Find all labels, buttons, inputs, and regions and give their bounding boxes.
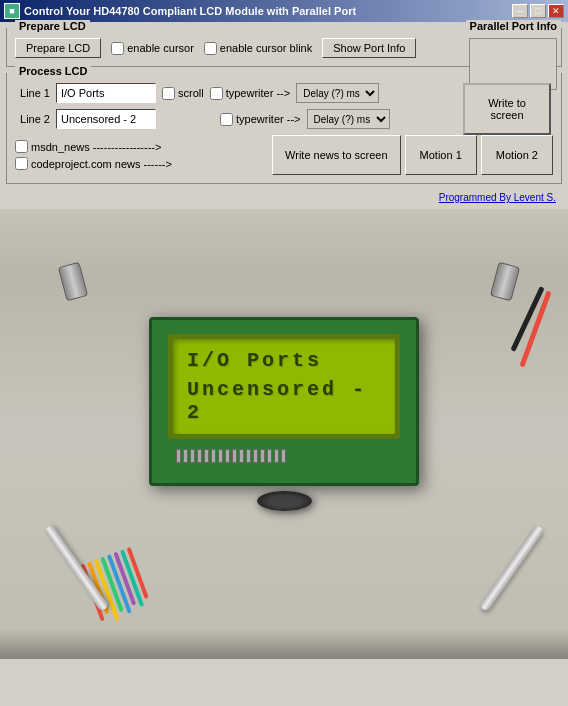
scroll-label: scroll xyxy=(178,87,204,99)
lcd-line1: I/O Ports xyxy=(187,349,381,372)
prepare-lcd-label: Prepare LCD xyxy=(15,20,90,32)
motion1-button[interactable]: Motion 1 xyxy=(405,135,477,175)
left-arm-assembly xyxy=(100,509,110,609)
line1-label: Line 1 xyxy=(15,87,50,99)
window-title: Control Your HD44780 Compliant LCD Modul… xyxy=(24,5,356,17)
pcb-board: I/O Ports Uncensored - 2 xyxy=(149,317,419,486)
black-wire xyxy=(525,284,530,354)
title-bar-left: ■ Control Your HD44780 Compliant LCD Mod… xyxy=(4,3,356,19)
process-lcd-label: Process LCD xyxy=(15,65,91,77)
scroll-checkbox-wrap[interactable]: scroll xyxy=(162,87,204,100)
minimize-button[interactable]: – xyxy=(512,4,528,18)
line2-input[interactable] xyxy=(56,109,156,129)
enable-cursor-blink-label: enable cursor blink xyxy=(220,42,312,54)
typewriter2-checkbox-wrap[interactable]: typewriter --> xyxy=(220,113,301,126)
msdn-news-label: msdn_news -----------------> xyxy=(31,141,161,153)
news-checkboxes: msdn_news -----------------> codeproject… xyxy=(15,140,172,170)
codeproject-news-checkbox-wrap[interactable]: codeproject.com news ------> xyxy=(15,157,172,170)
msdn-news-checkbox[interactable] xyxy=(15,140,28,153)
typewriter2-label: typewriter --> xyxy=(236,113,301,125)
window-content: Prepare LCD Prepare LCD enable cursor en… xyxy=(0,22,568,209)
msdn-news-checkbox-wrap[interactable]: msdn_news -----------------> xyxy=(15,140,172,153)
parallel-port-label: Parallel Port Info xyxy=(466,20,561,32)
right-arm-assembly xyxy=(478,509,488,609)
app-icon: ■ xyxy=(4,3,20,19)
connector-pins xyxy=(168,449,400,463)
prepare-lcd-button[interactable]: Prepare LCD xyxy=(15,38,101,58)
enable-cursor-checkbox-wrap[interactable]: enable cursor xyxy=(111,42,194,55)
motion2-button[interactable]: Motion 2 xyxy=(481,135,553,175)
photo-area: I/O Ports Uncensored - 2 xyxy=(0,209,568,659)
enable-cursor-blink-checkbox-wrap[interactable]: enable cursor blink xyxy=(204,42,312,55)
typewriter1-label: typewriter --> xyxy=(226,87,291,99)
maximize-button[interactable]: □ xyxy=(530,4,546,18)
window-controls[interactable]: – □ ✕ xyxy=(512,4,564,18)
line1-row: Line 1 scroll typewriter --> Delay (?) m… xyxy=(15,83,553,103)
line2-label: Line 2 xyxy=(15,113,50,125)
lcd-line2: Uncensored - 2 xyxy=(187,378,381,424)
typewriter1-checkbox[interactable] xyxy=(210,87,223,100)
delay1-select[interactable]: Delay (?) ms xyxy=(296,83,379,103)
stand-base xyxy=(257,491,312,511)
title-bar: ■ Control Your HD44780 Compliant LCD Mod… xyxy=(0,0,568,22)
delay2-select[interactable]: Delay (?) ms xyxy=(307,109,390,129)
prepare-lcd-group: Prepare LCD Prepare LCD enable cursor en… xyxy=(6,28,562,67)
typewriter2-checkbox[interactable] xyxy=(220,113,233,126)
action-buttons: Write news to screen Motion 1 Motion 2 xyxy=(272,135,553,175)
enable-cursor-blink-checkbox[interactable] xyxy=(204,42,217,55)
enable-cursor-label: enable cursor xyxy=(127,42,194,54)
lcd-screen: I/O Ports Uncensored - 2 xyxy=(168,334,400,439)
floor-shadow xyxy=(0,629,568,659)
codeproject-news-label: codeproject.com news ------> xyxy=(31,158,172,170)
write-news-button[interactable]: Write news to screen xyxy=(272,135,401,175)
typewriter1-checkbox-wrap[interactable]: typewriter --> xyxy=(210,87,291,100)
right-clip-top xyxy=(494,264,516,299)
process-lcd-group: Process LCD Line 1 scroll typewriter -->… xyxy=(6,73,562,184)
show-port-info-button[interactable]: Show Port Info xyxy=(322,38,416,58)
enable-cursor-checkbox[interactable] xyxy=(111,42,124,55)
write-to-screen-button[interactable]: Write to screen xyxy=(463,83,551,135)
codeproject-news-checkbox[interactable] xyxy=(15,157,28,170)
news-row: msdn_news -----------------> codeproject… xyxy=(15,135,553,175)
line1-input[interactable] xyxy=(56,83,156,103)
lcd-device: I/O Ports Uncensored - 2 xyxy=(149,317,419,511)
credit-text: Programmed By Levent S. xyxy=(6,190,562,203)
scroll-checkbox[interactable] xyxy=(162,87,175,100)
close-button[interactable]: ✕ xyxy=(548,4,564,18)
left-clip-top xyxy=(62,264,84,299)
